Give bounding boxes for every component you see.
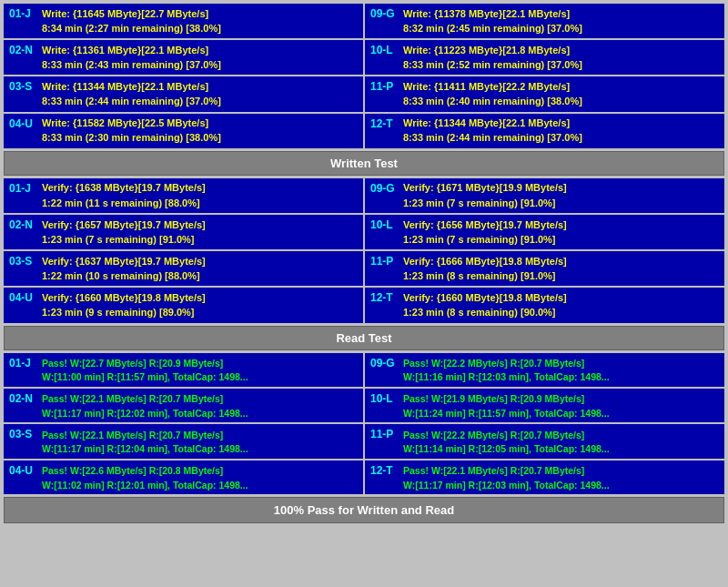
verify-cell-12-t: 12-T Verify: {1660 MByte}[19.8 MByte/s] … — [365, 288, 724, 322]
read-cell-11-p: 11-P Pass! W:[22.2 MByte/s] R:[20.7 MByt… — [365, 424, 724, 458]
verify-cell-01-j: 01-J Verify: {1638 MByte}[19.7 MByte/s] … — [4, 178, 363, 213]
write-cell-11-p: 11-P Write: {11411 MByte}[22.2 MByte/s] … — [365, 76, 724, 111]
verify-section: 01-J Verify: {1638 MByte}[19.7 MByte/s] … — [4, 178, 724, 323]
write-cell-09-g: 09-G Write: {11378 MByte}[22.1 MByte/s] … — [365, 4, 724, 38]
write-cell-04-u: 04-U Write: {11582 MByte}[22.5 MByte/s] … — [4, 114, 363, 148]
read-test-header: Read Test — [4, 326, 724, 350]
write-cell-10-l: 10-L Write: {11223 MByte}[21.8 MByte/s] … — [365, 40, 724, 75]
read-section: 01-J Pass! W:[22.7 MByte/s] R:[20.9 MByt… — [4, 353, 724, 495]
footer-status: 100% Pass for Written and Read — [4, 497, 724, 523]
verify-cell-03-s: 03-S Verify: {1637 MByte}[19.7 MByte/s] … — [4, 251, 363, 286]
verify-cell-02-n: 02-N Verify: {1657 MByte}[19.7 MByte/s] … — [4, 215, 363, 249]
write-cell-01-j: 01-J Write: {11645 MByte}[22.7 MByte/s] … — [4, 4, 363, 38]
read-cell-10-l: 10-L Pass! W:[21.9 MByte/s] R:[20.9 MByt… — [365, 389, 724, 422]
verify-grid: 01-J Verify: {1638 MByte}[19.7 MByte/s] … — [4, 178, 724, 323]
main-container: 01-J Write: {11645 MByte}[22.7 MByte/s] … — [0, 0, 728, 527]
write-cell-02-n: 02-N Write: {11361 MByte}[22.1 MByte/s] … — [4, 40, 363, 75]
write-section: 01-J Write: {11645 MByte}[22.7 MByte/s] … — [4, 4, 724, 148]
written-test-header: Written Test — [4, 151, 724, 176]
verify-cell-11-p: 11-P Verify: {1666 MByte}[19.8 MByte/s] … — [365, 251, 724, 286]
write-cell-03-s: 03-S Write: {11344 MByte}[22.1 MByte/s] … — [4, 76, 363, 111]
read-cell-01-j: 01-J Pass! W:[22.7 MByte/s] R:[20.9 MByt… — [4, 353, 363, 387]
write-grid: 01-J Write: {11645 MByte}[22.7 MByte/s] … — [4, 4, 724, 148]
verify-cell-10-l: 10-L Verify: {1656 MByte}[19.7 MByte/s] … — [365, 215, 724, 249]
verify-cell-09-g: 09-G Verify: {1671 MByte}[19.9 MByte/s] … — [365, 178, 724, 213]
read-cell-02-n: 02-N Pass! W:[22.1 MByte/s] R:[20.7 MByt… — [4, 389, 363, 422]
read-grid: 01-J Pass! W:[22.7 MByte/s] R:[20.9 MByt… — [4, 353, 724, 495]
read-cell-09-g: 09-G Pass! W:[22.2 MByte/s] R:[20.7 MByt… — [365, 353, 724, 387]
read-cell-12-t: 12-T Pass! W:[22.1 MByte/s] R:[20.7 MByt… — [365, 460, 724, 494]
write-cell-12-t: 12-T Write: {11344 MByte}[22.1 MByte/s] … — [365, 114, 724, 148]
read-cell-04-u: 04-U Pass! W:[22.6 MByte/s] R:[20.8 MByt… — [4, 460, 363, 494]
read-cell-03-s: 03-S Pass! W:[22.1 MByte/s] R:[20.7 MByt… — [4, 424, 363, 458]
verify-cell-04-u: 04-U Verify: {1660 MByte}[19.8 MByte/s] … — [4, 288, 363, 322]
